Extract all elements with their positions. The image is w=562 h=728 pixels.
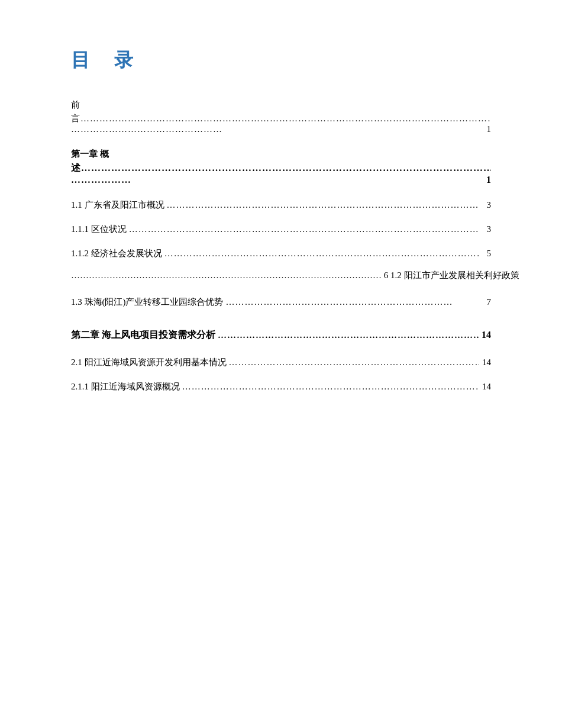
entry-dots-1-3: ……………………………………………………………… [224, 294, 480, 310]
entry-dots-preface: 言………………………………………………………………………………………………………… [71, 113, 491, 124]
entry-page-1-1: 3 [479, 197, 491, 213]
entry-text-preface-line1: 前 [71, 97, 491, 113]
entry-dots-2-1: ………………………………………………………………………… [227, 355, 480, 371]
entry-page-2-1-1: 14 [479, 379, 491, 395]
entry-dots-ch2: ………………………………………………………………………………… [215, 327, 479, 343]
entry-text-ch1-line1: 第一章 概 [71, 146, 491, 162]
entry-page-preface: 1 [487, 124, 492, 134]
toc-entry-2-1: 2.1 阳江近海域风资源开发利用基本情况 …………………………………………………… [71, 355, 491, 371]
entry-dots-2-1-1: …………………………………………………………………………………………………… [180, 379, 479, 395]
entry-dots-1-1-1: …………………………………………………………………………………………………………… [127, 221, 479, 237]
entry-text-2-1-1: 2.1.1 阳江近海域风资源概况 [71, 379, 180, 395]
toc-entry-1-1-2: 1.1.2 经济社会发展状况 …………………………………………………………………… [71, 246, 491, 262]
toc-entry-chapter2: 第二章 海上风电项目投资需求分析 ……………………………………………………………… [71, 327, 491, 344]
entry-text-1-1-2: 1.1.2 经济社会发展状况 [71, 246, 162, 262]
entry-page-ch2: 14 [479, 327, 491, 344]
entry-page-1-3: 7 [479, 294, 491, 310]
entry-text-ch2: 第二章 海上风电项目投资需求分析 [71, 327, 215, 344]
toc-entry-2-1-1: 2.1.1 阳江近海域风资源概况 ……………………………………………………………… [71, 379, 491, 395]
entry-page-1-1-2: 5 [479, 246, 491, 262]
entry-text-1-1-1: 1.1.1 区位状况 [71, 221, 127, 237]
toc-entry-1-3: 1.3 珠海(阳江)产业转移工业园综合优势 ………………………………………………… [71, 294, 491, 310]
entry-page-2-1: 14 [479, 355, 491, 371]
entry-text-2-1: 2.1 阳江近海域风资源开发利用基本情况 [71, 355, 227, 371]
toc-entry-1-1: 1.1 广东省及阳江市概况 ……………………………………………………………………… [71, 197, 491, 213]
entry-page-1-1-1: 3 [479, 221, 491, 237]
toc-entry-1-2-note: …………………………………………………………………………………………… 6 1.… [71, 268, 491, 284]
entry-page-ch1: 1 [486, 175, 491, 185]
entry-text-1-3: 1.3 珠海(阳江)产业转移工业园综合优势 [71, 294, 224, 310]
entry-dots-ch1: 述………………………………………………………………………………………………………… [71, 162, 491, 175]
toc-entry-1-1-1: 1.1.1 区位状况 ……………………………………………………………………………… [71, 221, 491, 237]
document-page: 目 录 前 言………………………………………………………………………………………… [0, 0, 562, 728]
entry-dots-ch1-2: ……………… [71, 175, 486, 185]
toc-entry-preface: 前 言…………………………………………………………………………………………………… [71, 97, 491, 134]
entry-text-1-2-note: …………………………………………………………………………………………… 6 1.… [71, 268, 519, 284]
entry-dots-preface2: ………………………………………… [71, 124, 487, 134]
entry-text-1-1: 1.1 广东省及阳江市概况 [71, 197, 164, 213]
toc-title: 目 录 [71, 47, 491, 73]
toc-entry-chapter1: 第一章 概 述………………………………………………………………………………………… [71, 146, 491, 185]
entry-dots-1-1: …………………………………………………………………………………………………………… [164, 197, 480, 213]
entry-dots-1-1-2: …………………………………………………………………………………………………… [162, 246, 479, 262]
